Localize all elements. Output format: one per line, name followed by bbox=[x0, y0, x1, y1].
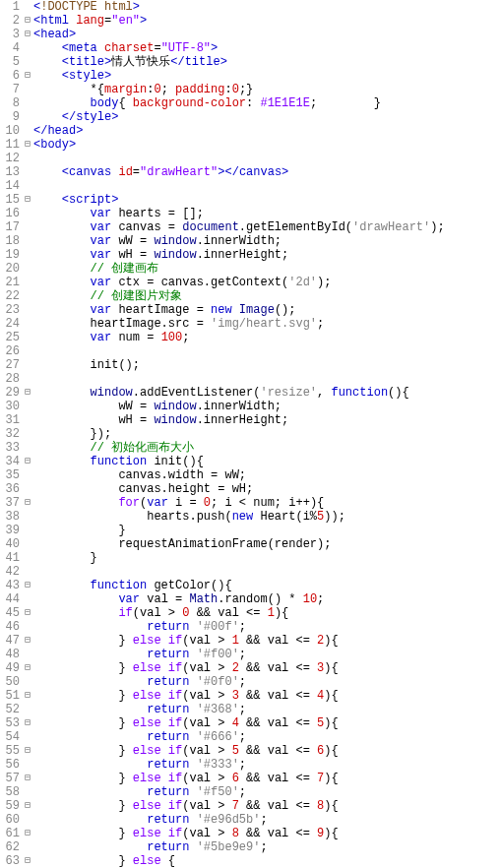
code-line[interactable]: return '#666'; bbox=[33, 730, 500, 744]
fold-marker[interactable]: ⊟ bbox=[22, 193, 33, 207]
fold-marker bbox=[22, 165, 33, 179]
fold-marker[interactable]: ⊟ bbox=[22, 496, 33, 510]
code-line[interactable]: canvas.height = wH; bbox=[33, 482, 500, 496]
code-line[interactable]: body{ background-color: #1E1E1E; } bbox=[33, 96, 500, 110]
code-line[interactable]: } else if(val > 6 && val <= 7){ bbox=[33, 772, 500, 785]
code-line[interactable]: init(); bbox=[33, 358, 500, 372]
code-line[interactable]: var num = 100; bbox=[33, 331, 500, 344]
code-line[interactable]: // 创建画布 bbox=[33, 262, 500, 276]
code-line[interactable]: var wW = window.innerWidth; bbox=[33, 234, 500, 248]
code-line[interactable]: hearts.push(new Heart(i%5)); bbox=[33, 510, 500, 524]
fold-marker[interactable]: ⊟ bbox=[22, 579, 33, 592]
fold-marker[interactable]: ⊟ bbox=[22, 827, 33, 840]
code-line[interactable]: return '#e96d5b'; bbox=[33, 813, 500, 827]
code-line[interactable]: return '#0f0'; bbox=[33, 675, 500, 689]
code-line[interactable]: <body> bbox=[33, 138, 500, 152]
code-line[interactable]: } else if(val > 3 && val <= 4){ bbox=[33, 689, 500, 703]
code-line[interactable]: } bbox=[33, 551, 500, 565]
code-line[interactable]: <title>情人节快乐</title> bbox=[33, 55, 500, 69]
code-line[interactable]: } else if(val > 7 && val <= 8){ bbox=[33, 799, 500, 813]
fold-marker[interactable]: ⊟ bbox=[22, 455, 33, 468]
code-line[interactable] bbox=[33, 372, 500, 386]
line-number: 5 bbox=[0, 55, 20, 69]
code-line[interactable]: wH = window.innerHeight; bbox=[33, 413, 500, 427]
code-line[interactable]: // 初始化画布大小 bbox=[33, 441, 500, 455]
code-line[interactable]: } else { bbox=[33, 854, 500, 868]
fold-marker bbox=[22, 124, 33, 138]
code-line[interactable]: return '#5be9e9'; bbox=[33, 840, 500, 854]
code-line[interactable]: <script> bbox=[33, 193, 500, 207]
fold-marker[interactable]: ⊟ bbox=[22, 799, 33, 813]
fold-marker[interactable]: ⊟ bbox=[22, 634, 33, 648]
fold-marker[interactable]: ⊟ bbox=[22, 138, 33, 152]
line-number: 11 bbox=[0, 138, 20, 152]
line-number: 53 bbox=[0, 716, 20, 730]
fold-marker[interactable]: ⊟ bbox=[22, 716, 33, 730]
code-line[interactable]: var val = Math.random() * 10; bbox=[33, 592, 500, 606]
code-line[interactable]: } bbox=[33, 524, 500, 537]
code-line[interactable]: </style> bbox=[33, 110, 500, 124]
line-number: 40 bbox=[0, 537, 20, 551]
code-line[interactable]: return '#f50'; bbox=[33, 785, 500, 799]
code-line[interactable]: <style> bbox=[33, 69, 500, 83]
code-line[interactable]: return '#368'; bbox=[33, 703, 500, 716]
code-line[interactable] bbox=[33, 344, 500, 358]
code-line[interactable]: window.addEventListener('resize', functi… bbox=[33, 386, 500, 400]
code-line[interactable]: }); bbox=[33, 427, 500, 441]
code-line[interactable]: function init(){ bbox=[33, 455, 500, 468]
fold-marker bbox=[22, 427, 33, 441]
code-line[interactable]: var wH = window.innerHeight; bbox=[33, 248, 500, 262]
code-line[interactable]: *{margin:0; padding:0;} bbox=[33, 83, 500, 96]
code-line[interactable]: for(var i = 0; i < num; i++){ bbox=[33, 496, 500, 510]
fold-marker[interactable]: ⊟ bbox=[22, 744, 33, 758]
fold-marker[interactable]: ⊟ bbox=[22, 28, 33, 41]
fold-marker[interactable]: ⊟ bbox=[22, 689, 33, 703]
code-line[interactable]: wW = window.innerWidth; bbox=[33, 400, 500, 413]
code-line[interactable] bbox=[33, 179, 500, 193]
code-line[interactable]: var ctx = canvas.getContext('2d'); bbox=[33, 276, 500, 289]
code-area[interactable]: <!DOCTYPE html><html lang="en"><head> <m… bbox=[33, 0, 500, 868]
code-line[interactable]: <head> bbox=[33, 28, 500, 41]
fold-marker[interactable]: ⊟ bbox=[22, 661, 33, 675]
code-line[interactable]: return '#f00'; bbox=[33, 648, 500, 661]
code-line[interactable]: // 创建图片对象 bbox=[33, 289, 500, 303]
code-line[interactable]: return '#00f'; bbox=[33, 620, 500, 634]
fold-marker bbox=[22, 813, 33, 827]
code-line[interactable]: <canvas id="drawHeart"></canvas> bbox=[33, 165, 500, 179]
code-line[interactable]: <html lang="en"> bbox=[33, 14, 500, 28]
code-line[interactable]: } else if(val > 1 && val <= 2){ bbox=[33, 634, 500, 648]
line-number: 32 bbox=[0, 427, 20, 441]
fold-marker bbox=[22, 551, 33, 565]
code-line[interactable]: heartImage.src = 'img/heart.svg'; bbox=[33, 317, 500, 331]
fold-marker[interactable]: ⊟ bbox=[22, 606, 33, 620]
fold-marker[interactable]: ⊟ bbox=[22, 69, 33, 83]
fold-marker[interactable]: ⊟ bbox=[22, 854, 33, 868]
code-line[interactable] bbox=[33, 152, 500, 165]
code-line[interactable]: <meta charset="UTF-8"> bbox=[33, 41, 500, 55]
line-number: 45 bbox=[0, 606, 20, 620]
code-line[interactable]: canvas.width = wW; bbox=[33, 468, 500, 482]
code-line[interactable]: var hearts = []; bbox=[33, 207, 500, 220]
code-line[interactable]: return '#333'; bbox=[33, 758, 500, 772]
fold-marker bbox=[22, 785, 33, 799]
line-number: 24 bbox=[0, 317, 20, 331]
code-line[interactable]: } else if(val > 8 && val <= 9){ bbox=[33, 827, 500, 840]
fold-marker bbox=[22, 207, 33, 220]
code-line[interactable]: </head> bbox=[33, 124, 500, 138]
code-line[interactable]: requestAnimationFrame(render); bbox=[33, 537, 500, 551]
code-line[interactable] bbox=[33, 565, 500, 579]
code-line[interactable]: } else if(val > 4 && val <= 5){ bbox=[33, 716, 500, 730]
code-line[interactable]: <!DOCTYPE html> bbox=[33, 0, 500, 14]
fold-marker[interactable]: ⊟ bbox=[22, 772, 33, 785]
code-line[interactable]: if(val > 0 && val <= 1){ bbox=[33, 606, 500, 620]
code-line[interactable]: } else if(val > 5 && val <= 6){ bbox=[33, 744, 500, 758]
code-line[interactable]: var canvas = document.getElementById('dr… bbox=[33, 220, 500, 234]
fold-marker bbox=[22, 648, 33, 661]
fold-marker[interactable]: ⊟ bbox=[22, 14, 33, 28]
code-line[interactable]: } else if(val > 2 && val <= 3){ bbox=[33, 661, 500, 675]
fold-marker[interactable]: ⊟ bbox=[22, 386, 33, 400]
fold-marker bbox=[22, 55, 33, 69]
line-number: 6 bbox=[0, 69, 20, 83]
code-line[interactable]: function getColor(){ bbox=[33, 579, 500, 592]
code-line[interactable]: var heartImage = new Image(); bbox=[33, 303, 500, 317]
